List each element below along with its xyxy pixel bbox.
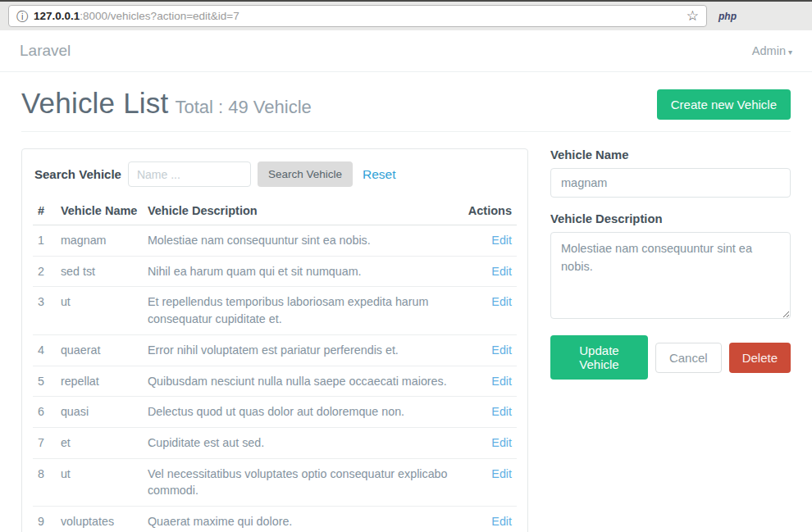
delete-button[interactable]: Delete: [729, 343, 791, 373]
table-row: 7 et Cupiditate est aut sed. Edit: [33, 428, 517, 459]
edit-link[interactable]: Edit: [491, 343, 512, 357]
row-name: ut: [56, 287, 143, 334]
create-vehicle-button[interactable]: Create new Vehicle: [657, 89, 791, 120]
table-row: 9 voluptates Quaerat maxime qui dolore. …: [33, 507, 517, 532]
vehicle-description-label: Vehicle Description: [550, 212, 791, 225]
reset-link[interactable]: Reset: [363, 167, 396, 182]
navbar: Laravel Admin▾: [0, 30, 812, 72]
row-number: 6: [33, 397, 56, 428]
vehicle-name-label: Vehicle Name: [550, 148, 791, 161]
row-name: voluptates: [56, 507, 143, 532]
admin-dropdown[interactable]: Admin▾: [752, 44, 792, 57]
edit-link[interactable]: Edit: [491, 234, 512, 247]
row-number: 9: [33, 507, 56, 532]
row-number: 3: [33, 287, 56, 334]
table-row: 1 magnam Molestiae nam consequuntur sint…: [33, 225, 517, 257]
edit-link[interactable]: Edit: [491, 436, 512, 449]
edit-vehicle-form: Vehicle Name Vehicle Description Molesti…: [550, 148, 791, 380]
col-header-num: #: [33, 197, 56, 225]
edit-link[interactable]: Edit: [491, 467, 512, 480]
row-number: 1: [33, 225, 56, 257]
caret-down-icon: ▾: [788, 48, 792, 57]
vehicle-list-panel: Search Vehicle Search Vehicle Reset # Ve…: [21, 148, 528, 532]
vehicle-table-body: 1 magnam Molestiae nam consequuntur sint…: [33, 225, 517, 532]
row-name: quasi: [56, 397, 143, 428]
row-number: 5: [33, 366, 56, 397]
search-label: Search Vehicle: [34, 167, 121, 181]
row-name: sed tst: [56, 256, 143, 287]
page-title: Vehicle List: [21, 87, 168, 119]
edit-link[interactable]: Edit: [491, 405, 512, 418]
row-number: 2: [33, 256, 56, 287]
row-number: 8: [33, 458, 56, 506]
table-row: 8 ut Vel necessitatibus voluptates optio…: [33, 458, 517, 506]
edit-link[interactable]: Edit: [491, 375, 512, 388]
table-row: 6 quasi Delectus quod ut quas dolor aut …: [33, 397, 517, 428]
row-description: Cupiditate est aut sed.: [143, 428, 463, 459]
browser-chrome: ⓘ 127.0.0.1:8000/vehicles?action=edit&id…: [0, 0, 812, 30]
bookmark-star-icon[interactable]: ☆: [687, 9, 699, 23]
row-description: Molestiae nam consequuntur sint ea nobis…: [143, 225, 463, 257]
vehicle-table: # Vehicle Name Vehicle Description Actio…: [33, 197, 517, 532]
search-button[interactable]: Search Vehicle: [258, 161, 353, 187]
row-name: repellat: [56, 366, 143, 397]
row-description: Nihil ea harum quam qui et sit numquam.: [143, 256, 463, 287]
edit-link[interactable]: Edit: [491, 295, 512, 308]
row-number: 7: [33, 428, 56, 459]
edit-link[interactable]: Edit: [491, 265, 512, 278]
cancel-button[interactable]: Cancel: [655, 343, 722, 373]
url-text: 127.0.0.1:8000/vehicles?action=edit&id=7: [34, 10, 681, 22]
total-count-label: Total : 49 Vehicle: [175, 97, 311, 117]
brand-link[interactable]: Laravel: [20, 42, 71, 60]
table-row: 2 sed tst Nihil ea harum quam qui et sit…: [33, 256, 517, 287]
row-name: quaerat: [56, 334, 143, 366]
col-header-name: Vehicle Name: [56, 197, 143, 225]
row-description: Delectus quod ut quas dolor aut doloremq…: [143, 397, 463, 428]
page-content: Vehicle ListTotal : 49 Vehicle Create ne…: [0, 72, 812, 532]
row-name: et: [56, 428, 143, 459]
edit-link[interactable]: Edit: [491, 515, 512, 528]
table-row: 5 repellat Quibusdam nesciunt nulla null…: [33, 366, 517, 397]
page-title-block: Vehicle ListTotal : 49 Vehicle: [21, 87, 312, 120]
update-vehicle-button[interactable]: Update Vehicle: [550, 335, 648, 380]
row-description: Vel necessitatibus voluptates optio cons…: [143, 458, 463, 506]
header-divider: [21, 131, 791, 132]
table-row: 3 ut Et repellendus temporibus laboriosa…: [33, 287, 517, 334]
col-header-actions: Actions: [463, 197, 517, 225]
search-input[interactable]: [128, 161, 251, 187]
search-form: Search Vehicle Search Vehicle Reset: [33, 160, 517, 197]
col-header-description: Vehicle Description: [143, 197, 463, 225]
row-description: Error nihil voluptatem est pariatur perf…: [143, 334, 463, 366]
row-description: Quibusdam nesciunt nulla nulla saepe occ…: [143, 366, 463, 397]
row-description: Quaerat maxime qui dolore.: [143, 507, 463, 532]
row-name: ut: [56, 458, 143, 506]
vehicle-description-textarea[interactable]: Molestiae nam consequuntur sint ea nobis…: [550, 232, 791, 319]
php-extension-badge[interactable]: php: [718, 11, 737, 22]
url-bar[interactable]: ⓘ 127.0.0.1:8000/vehicles?action=edit&id…: [8, 5, 707, 27]
table-row: 4 quaerat Error nihil voluptatem est par…: [33, 334, 517, 366]
table-header-row: # Vehicle Name Vehicle Description Actio…: [33, 197, 517, 225]
vehicle-name-input[interactable]: [550, 168, 791, 198]
row-name: magnam: [56, 225, 143, 257]
row-description: Et repellendus temporibus laboriosam exp…: [143, 287, 463, 334]
page-info-icon[interactable]: ⓘ: [16, 11, 28, 22]
row-number: 4: [33, 334, 56, 366]
